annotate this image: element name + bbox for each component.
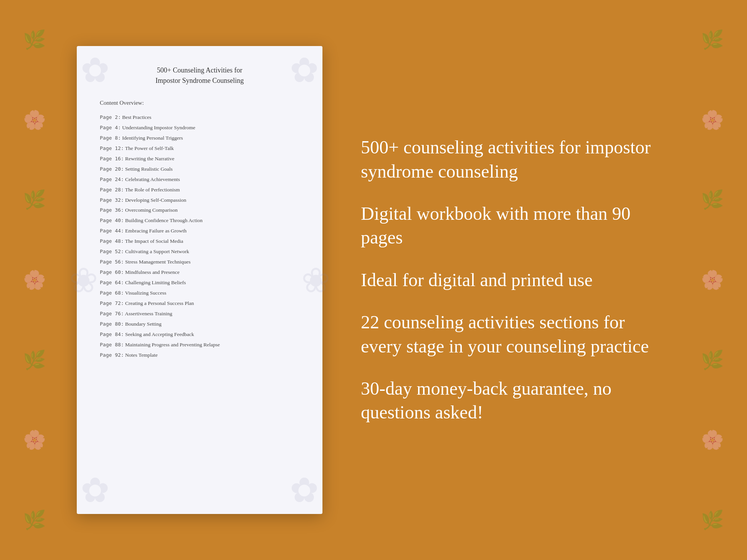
- features-panel: 500+ counseling activities for impostor …: [353, 135, 670, 425]
- toc-item: Page 20: Setting Realistic Goals: [100, 165, 299, 174]
- toc-item: Page 84: Seeking and Accepting Feedback: [100, 330, 299, 339]
- document-title: 500+ Counseling Activities for Impostor …: [100, 65, 299, 86]
- toc-item: Page 16: Rewriting the Narrative: [100, 155, 299, 163]
- toc-item: Page 64: Challenging Limiting Beliefs: [100, 278, 299, 287]
- toc-item: Page 68: Visualizing Success: [100, 289, 299, 298]
- feature-text-5: 30-day money-back guarantee, no question…: [361, 377, 670, 425]
- feature-text-3: Ideal for digital and printed use: [361, 268, 670, 292]
- toc-item: Page 56: Stress Management Techniques: [100, 258, 299, 267]
- toc-item: Page 76: Assertiveness Training: [100, 310, 299, 318]
- toc-item: Page 32: Developing Self-Compassion: [100, 196, 299, 205]
- toc-header: Content Overview:: [100, 100, 299, 106]
- toc-item: Page 44: Embracing Failure as Growth: [100, 227, 299, 236]
- toc-item: Page 24: Celebrating Achievements: [100, 175, 299, 184]
- watermark-center-left: ❀: [69, 260, 98, 300]
- main-layout: ✿ ✿ ✿ ✿ ❀ ❀ 500+ Counseling Activities f…: [0, 0, 747, 560]
- toc-item: Page 8: Identifying Personal Triggers: [100, 134, 299, 143]
- watermark-bottom-right: ✿: [290, 470, 319, 510]
- watermark-center-right: ❀: [301, 260, 330, 300]
- watermark-bottom-left: ✿: [81, 470, 109, 510]
- toc-item: Page 48: The Impact of Social Media: [100, 237, 299, 246]
- toc-item: Page 52: Cultivating a Support Network: [100, 247, 299, 256]
- toc-list: Page 2: Best PracticesPage 4: Understand…: [100, 113, 299, 360]
- toc-item: Page 60: Mindfulness and Presence: [100, 268, 299, 277]
- toc-item: Page 92: Notes Template: [100, 351, 299, 360]
- toc-item: Page 12: The Power of Self-Talk: [100, 144, 299, 153]
- toc-item: Page 28: The Role of Perfectionism: [100, 186, 299, 194]
- toc-item: Page 80: Boundary Setting: [100, 320, 299, 329]
- feature-text-2: Digital workbook with more than 90 pages: [361, 202, 670, 250]
- toc-item: Page 88: Maintaining Progress and Preven…: [100, 341, 299, 349]
- toc-item: Page 4: Understanding Impostor Syndrome: [100, 124, 299, 132]
- toc-item: Page 2: Best Practices: [100, 113, 299, 122]
- feature-text-4: 22 counseling activities sections for ev…: [361, 310, 670, 358]
- toc-item: Page 36: Overcoming Comparison: [100, 206, 299, 215]
- document-preview: ✿ ✿ ✿ ✿ ❀ ❀ 500+ Counseling Activities f…: [77, 46, 322, 514]
- toc-item: Page 40: Building Confidence Through Act…: [100, 216, 299, 225]
- toc-item: Page 72: Creating a Personal Success Pla…: [100, 299, 299, 308]
- feature-text-1: 500+ counseling activities for impostor …: [361, 135, 670, 183]
